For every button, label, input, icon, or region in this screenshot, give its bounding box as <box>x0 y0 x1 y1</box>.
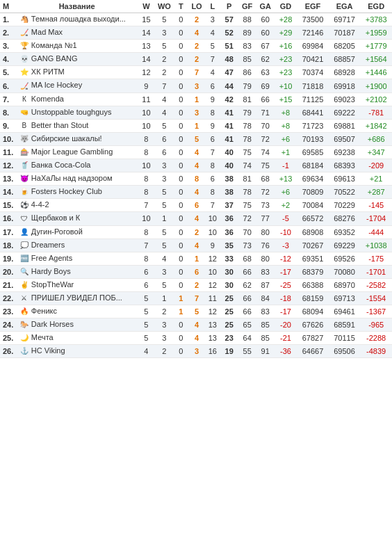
ga-cell: 66 <box>256 92 275 106</box>
gd-cell: +28 <box>275 13 297 26</box>
lo-cell: 4 <box>188 26 205 40</box>
w-cell: 7 <box>137 199 155 212</box>
rank-cell: 24. <box>0 318 17 332</box>
table-row: 26. ⚓HC Viking 4 2 0 3 16 19 55 91 -36 6… <box>0 345 392 358</box>
egf-cell: 69585 <box>297 145 329 159</box>
w-cell: 15 <box>137 13 155 26</box>
t-cell: 0 <box>173 265 188 278</box>
wo-cell: 5 <box>155 40 173 53</box>
rank-cell: 16. <box>0 212 17 225</box>
egd-cell: -2288 <box>360 332 392 345</box>
table-row: 11. 🎰Major League Gambling 8 6 0 4 7 40 … <box>0 145 392 159</box>
ga-cell: 91 <box>256 345 275 358</box>
wo-cell: 6 <box>155 132 173 145</box>
team-name: MA Ice Hockey <box>31 81 82 89</box>
p-cell: 19 <box>220 345 238 358</box>
gd-cell: -17 <box>275 265 297 278</box>
w-cell: 7 <box>137 239 155 252</box>
egd-cell: +1564 <box>360 53 392 66</box>
wo-cell: 3 <box>155 159 173 172</box>
t-cell: 0 <box>173 345 188 358</box>
lo-cell: 4 <box>188 145 205 159</box>
team-name: Free Agents <box>31 254 72 262</box>
w-cell: 5 <box>137 291 155 305</box>
gd-cell: -21 <box>275 332 297 345</box>
egd-cell: +1900 <box>360 79 392 92</box>
table-row: 7. КKomenda 11 4 0 1 9 42 81 66 +15 7112… <box>0 92 392 106</box>
rank-cell: 5. <box>0 66 17 79</box>
gd-cell: -20 <box>275 318 297 332</box>
w-cell: 10 <box>137 159 155 172</box>
ega-cell: 68591 <box>329 318 361 332</box>
ga-cell: 60 <box>256 26 275 40</box>
l-cell: 12 <box>205 252 220 265</box>
rank-cell: 2. <box>0 26 17 40</box>
wo-cell: 1 <box>155 291 173 305</box>
team-icon: ⚽ <box>19 200 29 210</box>
wo-cell: 5 <box>155 186 173 199</box>
egf-cell: 68094 <box>297 305 329 318</box>
wo-cell: 5 <box>155 119 173 132</box>
gf-cell: 88 <box>238 13 256 26</box>
l-cell: 7 <box>205 145 220 159</box>
lo-cell: 7 <box>188 66 205 79</box>
p-cell: 30 <box>220 278 238 291</box>
standings-table: М Название W WO T LO L P GF GA GD EGF EG… <box>0 0 392 358</box>
team-name: Dreamers <box>31 241 65 249</box>
gf-cell: 78 <box>238 132 256 145</box>
table-row: 13. 😈НаХаЛы над надзором 8 3 0 8 6 38 81… <box>0 172 392 186</box>
lo-cell: 2 <box>188 278 205 291</box>
p-cell: 41 <box>220 119 238 132</box>
p-cell: 48 <box>220 53 238 66</box>
egd-cell: +3783 <box>360 13 392 26</box>
lo-cell: 3 <box>188 106 205 119</box>
gd-cell: -36 <box>275 345 297 358</box>
gf-cell: 78 <box>238 119 256 132</box>
wo-cell: 1 <box>155 212 173 225</box>
egf-cell: 67827 <box>297 332 329 345</box>
team-name: 4-4-2 <box>31 200 49 209</box>
team-name-cell: 🎰Major League Gambling <box>17 145 138 159</box>
team-name-cell: 💀GANG BANG <box>17 53 138 66</box>
table-row: 23. 🔥Феникс 5 2 1 5 12 25 66 83 -17 6809… <box>0 305 392 318</box>
team-name: Major League Gambling <box>31 147 113 156</box>
egf-cell: 68441 <box>297 106 329 119</box>
egf-cell: 67626 <box>297 318 329 332</box>
rank-cell: 18. <box>0 239 17 252</box>
ga-cell: 69 <box>256 79 275 92</box>
lo-cell: 2 <box>188 53 205 66</box>
w-cell: 6 <box>137 265 155 278</box>
team-name: ПРИШЕЛ УВИДЕЛ ПОБ... <box>31 293 122 302</box>
header-rank: М <box>0 0 17 13</box>
team-icon: 🏒 <box>19 28 29 38</box>
gf-cell: 66 <box>238 291 256 305</box>
table-row: 5. ⭐ХК РИТМ 12 2 0 7 4 47 86 63 +23 7037… <box>0 66 392 79</box>
rank-cell: 4. <box>0 53 17 66</box>
egd-cell: -2582 <box>360 278 392 291</box>
ega-cell: 70522 <box>329 186 361 199</box>
team-name-cell: 🏆Команда №1 <box>17 40 138 53</box>
team-name-cell: КKomenda <box>17 92 138 106</box>
p-cell: 41 <box>220 106 238 119</box>
gd-cell: +16 <box>275 40 297 53</box>
header-p: P <box>220 0 238 13</box>
lo-cell: 6 <box>188 199 205 212</box>
lo-cell: 2 <box>188 40 205 53</box>
team-name-cell: 🛡Щербаков и К <box>17 212 138 225</box>
egf-cell: 68379 <box>297 265 329 278</box>
p-cell: 25 <box>220 305 238 318</box>
team-name-cell: 🆓Free Agents <box>17 252 138 265</box>
rank-cell: 17. <box>0 225 17 239</box>
gd-cell: -25 <box>275 278 297 291</box>
header-ga: GA <box>256 0 275 13</box>
w-cell: 13 <box>137 40 155 53</box>
egf-cell: 72146 <box>297 26 329 40</box>
egd-cell: +1959 <box>360 26 392 40</box>
table-row: 15. ⚽4-4-2 7 5 0 6 7 37 75 73 +2 70084 7… <box>0 199 392 212</box>
wo-cell: 3 <box>155 172 173 186</box>
l-cell: 6 <box>205 132 220 145</box>
p-cell: 41 <box>220 132 238 145</box>
rank-cell: 14. <box>0 186 17 199</box>
team-name-cell: ⭐ХК РИТМ <box>17 66 138 79</box>
gf-cell: 55 <box>238 345 256 358</box>
